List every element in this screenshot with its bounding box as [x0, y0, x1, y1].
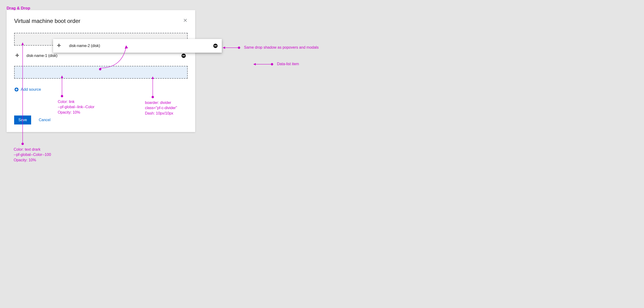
plus-circle-icon — [14, 87, 19, 92]
svg-marker-11 — [125, 45, 128, 49]
close-icon — [183, 18, 188, 23]
add-source-button[interactable]: Add source — [14, 87, 188, 92]
svg-marker-15 — [152, 77, 154, 79]
modal-title: Virtual machine boot order — [14, 18, 80, 24]
svg-marker-10 — [254, 63, 256, 65]
svg-marker-8 — [223, 47, 225, 49]
modal-footer: Save Cancel — [14, 115, 188, 124]
cancel-button[interactable]: Cancel — [39, 118, 50, 122]
dragged-item-label: disk-name-2 (disk) — [69, 44, 100, 48]
section-label: Drag & Drop — [6, 6, 30, 11]
svg-marker-17 — [22, 43, 24, 45]
minus-circle-icon — [181, 53, 186, 58]
remove-button[interactable] — [213, 43, 218, 48]
svg-rect-4 — [15, 89, 18, 90]
close-button[interactable] — [183, 18, 188, 23]
modal-header: Virtual machine boot order — [14, 18, 188, 24]
list-item-label: disk-name-1 (disk) — [26, 54, 58, 58]
svg-rect-1 — [182, 56, 185, 56]
svg-rect-6 — [214, 46, 217, 46]
svg-marker-13 — [61, 76, 63, 78]
remove-button[interactable] — [181, 53, 186, 58]
minus-circle-icon — [213, 43, 218, 48]
drag-handle-icon[interactable] — [56, 43, 62, 48]
drag-handle-icon[interactable] — [14, 53, 20, 58]
